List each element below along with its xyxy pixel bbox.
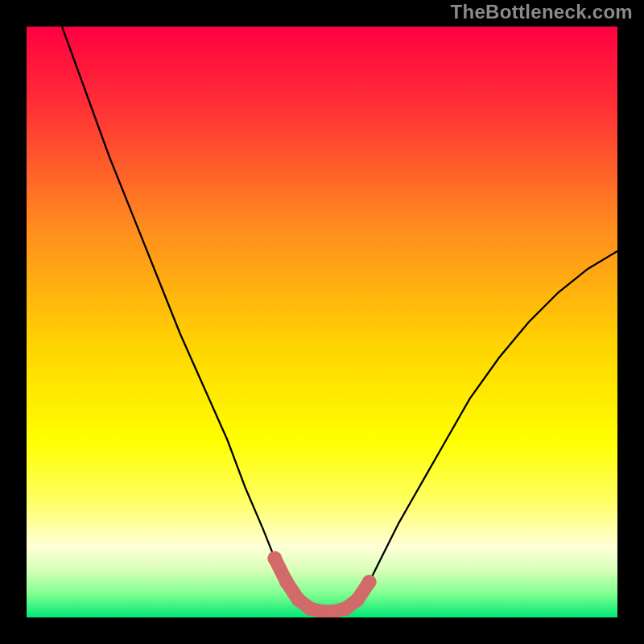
watermark-text: TheBottleneck.com <box>451 1 633 23</box>
chart-container: TheBottleneck.com <box>0 0 644 644</box>
highlight-dot <box>267 551 282 566</box>
bottleneck-chart <box>27 27 617 617</box>
highlight-dot <box>338 601 353 616</box>
highlight-dot <box>279 575 294 589</box>
highlight-dot <box>350 592 365 607</box>
highlight-dot <box>291 592 306 607</box>
highlight-dot <box>362 575 377 589</box>
